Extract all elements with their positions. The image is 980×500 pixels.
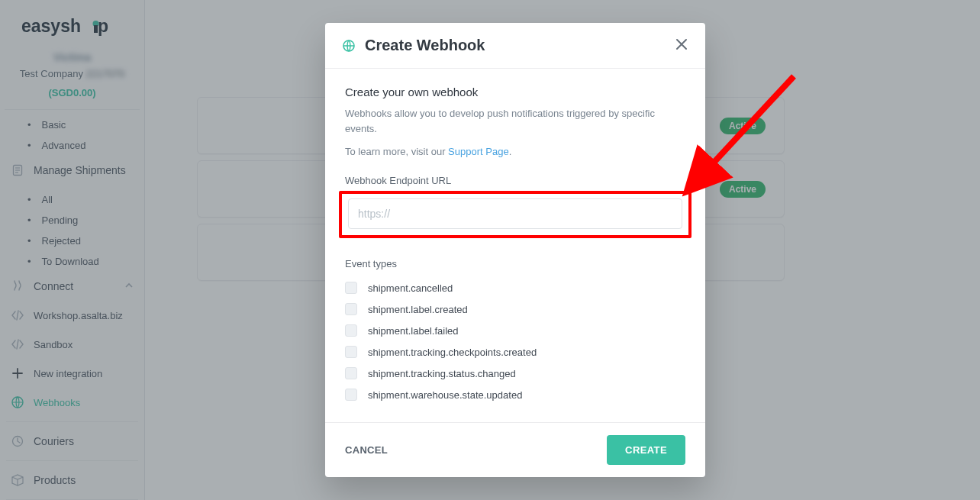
event-row[interactable]: shipment.tracking.status.changed — [345, 363, 685, 384]
cancel-button[interactable]: CANCEL — [345, 444, 388, 456]
support-page-link[interactable]: Support Page — [448, 146, 509, 157]
modal-header: Create Webhook — [325, 23, 705, 69]
checkbox[interactable] — [345, 282, 357, 294]
checkbox[interactable] — [345, 346, 357, 358]
modal-footer: CANCEL CREATE — [325, 422, 705, 477]
event-row[interactable]: shipment.cancelled — [345, 277, 685, 298]
modal-subtitle: Create your own webhook — [345, 85, 685, 98]
modal-description: Webhooks allow you to develop push notif… — [345, 106, 685, 137]
checkbox[interactable] — [345, 324, 357, 337]
event-row[interactable]: shipment.tracking.checkpoints.created — [345, 341, 685, 363]
url-field-label: Webhook Endpoint URL — [345, 175, 685, 186]
webhook-url-input[interactable] — [348, 198, 682, 229]
event-row[interactable]: shipment.label.created — [345, 298, 685, 320]
modal-title: Create Webhook — [365, 37, 485, 54]
close-icon[interactable] — [675, 37, 688, 54]
checkbox[interactable] — [345, 389, 357, 401]
create-webhook-modal: Create Webhook Create your own webhook W… — [325, 23, 705, 477]
annotation-highlight-box — [339, 191, 691, 238]
globe-icon — [342, 39, 356, 53]
event-types-label: Event types — [345, 258, 685, 269]
event-row[interactable]: shipment.label.failed — [345, 320, 685, 341]
modal-body: Create your own webhook Webhooks allow y… — [325, 69, 705, 415]
checkbox[interactable] — [345, 367, 357, 379]
create-button[interactable]: CREATE — [607, 435, 685, 465]
event-types-list: shipment.cancelled shipment.label.create… — [345, 277, 685, 405]
event-row[interactable]: shipment.warehouse.state.updated — [345, 384, 685, 405]
checkbox[interactable] — [345, 303, 357, 315]
modal-learn-more: To learn more, visit our Support Page. — [345, 144, 685, 160]
